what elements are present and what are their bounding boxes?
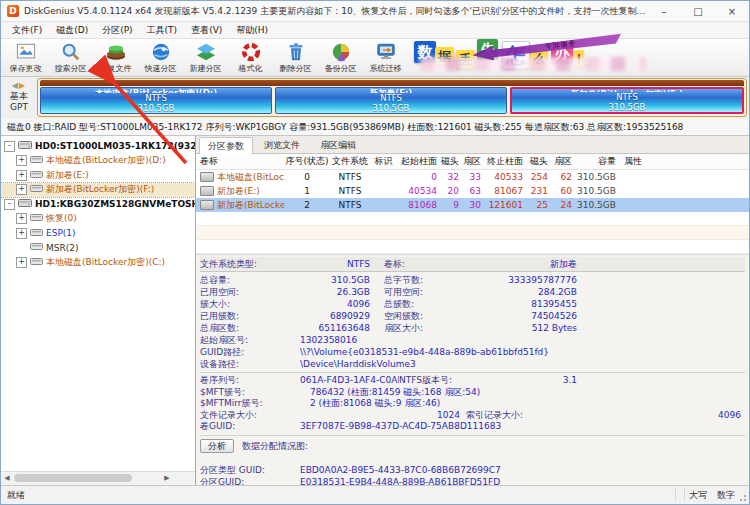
- ad-banner[interactable]: 数 据 丢 失 怎 么 办 ! 专业服务: [414, 39, 664, 76]
- detail-value: \\?\Volume{e0318531-e9b4-448a-889b-ab61b…: [300, 346, 745, 358]
- partition-details: 文件系统类型: NTFS 卷标: 新加卷 总容量:310.5GB总字节数:333…: [196, 254, 749, 485]
- search-partition-button[interactable]: 搜索分区: [48, 39, 93, 76]
- menu-disk[interactable]: 磁盘(D): [49, 22, 95, 38]
- tree-item-hd0[interactable]: - HD0:ST1000LM035-1RK172(932GB): [1, 139, 195, 154]
- table-row[interactable]: 新加卷(E:) 1 NTFS 40534 20 63 81067 231 60 …: [196, 184, 749, 198]
- col-header[interactable]: 磁头: [525, 155, 550, 168]
- tree-item-c[interactable]: + 本地磁盘(BitLocker加密)(C:): [1, 255, 195, 270]
- minimize-button[interactable]: –: [647, 2, 681, 21]
- save-changes-button[interactable]: 保存更改: [3, 39, 48, 76]
- detail-label: 卷标:: [370, 257, 485, 271]
- detail-value: 061A-F4D3-1AF4-C0AB: [300, 375, 399, 387]
- no-expand-spacer: [16, 242, 27, 253]
- disk-prev-icon[interactable]: ◀: [12, 81, 19, 90]
- tree-label: ESP(1): [46, 228, 76, 238]
- menu-partition[interactable]: 分区(P): [95, 22, 139, 38]
- detail-label: 总扇区数:: [200, 322, 300, 334]
- window-title: DiskGenius V5.4.0.1124 x64 发现新版本 V5.4.2.…: [24, 5, 647, 18]
- col-header[interactable]: 容量: [574, 155, 618, 168]
- recover-files-button[interactable]: 恢复文件: [93, 39, 138, 76]
- menu-view[interactable]: 查看(V): [184, 22, 229, 38]
- partition-fs: NTFS: [41, 93, 271, 103]
- detail-label: 文件记录大小:: [200, 410, 300, 422]
- maximize-button[interactable]: □: [681, 2, 715, 21]
- expand-icon[interactable]: +: [16, 257, 27, 268]
- tree-item-f-selected[interactable]: + 新加卷(BitLocker加密)(F:): [1, 183, 195, 198]
- tree-item-msr[interactable]: MSR(2): [1, 241, 195, 256]
- col-header[interactable]: 属性: [618, 155, 648, 168]
- partition-icon: [30, 228, 43, 239]
- table-row[interactable]: 本地磁盘(BitLocker... 0 NTFS 0 32 33 40533 2…: [196, 170, 749, 184]
- status-numlock: 数字: [717, 489, 735, 502]
- expand-icon[interactable]: +: [16, 170, 27, 181]
- col-header[interactable]: 扇区: [461, 155, 483, 168]
- drive-icon: [200, 172, 214, 182]
- col-header[interactable]: 起始柱面: [397, 155, 439, 168]
- backup-partition-button[interactable]: 备份分区: [318, 39, 363, 76]
- menu-tools[interactable]: 工具(T): [140, 22, 185, 38]
- expand-icon[interactable]: +: [16, 213, 27, 224]
- new-partition-icon: [195, 42, 217, 62]
- detail-label: 总簇数:: [370, 298, 485, 310]
- tool-label: 删除分区: [280, 63, 312, 74]
- disk-next-icon[interactable]: ▶: [19, 81, 26, 90]
- col-header[interactable]: 文件系统: [330, 155, 370, 168]
- detail-value: 4096: [300, 298, 370, 310]
- tool-label: 保存更改: [10, 63, 42, 74]
- table-row-selected[interactable]: 新加卷(BitLocker加密)(F:) 2 NTFS 81068 9 30 1…: [196, 198, 749, 212]
- disk-type-label: 基本: [1, 91, 37, 102]
- scrollbar-thumb[interactable]: [14, 474, 132, 482]
- menu-file[interactable]: 文件(F): [5, 22, 49, 38]
- col-header[interactable]: 标识: [370, 155, 397, 168]
- backup-partition-icon: [330, 42, 352, 62]
- tree-horizontal-scrollbar[interactable]: ◀ ▶: [1, 471, 195, 485]
- detail-label: 分区类型 GUID:: [200, 464, 300, 476]
- col-header[interactable]: 卷标: [196, 155, 284, 168]
- col-header[interactable]: 终止柱面: [483, 155, 525, 168]
- detail-value: 26.3GB: [300, 286, 370, 298]
- partition-box-d[interactable]: 本地磁盘(BitLocker加密)(D:) NTFS 310.5GB: [40, 87, 272, 114]
- tree-item-esp[interactable]: + ESP(1): [1, 226, 195, 241]
- partition-box-f-selected[interactable]: 新加卷(BitLocker加密)(F:) NTFS 310.5GB: [510, 87, 744, 114]
- resize-grip[interactable]: [739, 494, 747, 502]
- detail-label: NTFS版本号:: [399, 375, 529, 387]
- quick-partition-button[interactable]: 快速分区: [138, 39, 183, 76]
- collapse-icon[interactable]: -: [4, 141, 15, 152]
- tree-label: MSR(2): [46, 243, 78, 253]
- detail-value: 310.5GB: [300, 274, 370, 286]
- partition-box-e[interactable]: 新加卷(E:) NTFS 310.5GB: [275, 87, 507, 114]
- detail-value: 786432 (柱面:81459 磁头:168 扇区:54): [300, 387, 745, 399]
- delete-partition-button[interactable]: 删除分区: [273, 39, 318, 76]
- format-button[interactable]: 格式化: [228, 39, 273, 76]
- expand-icon[interactable]: +: [16, 155, 27, 166]
- col-header[interactable]: 扇区: [550, 155, 574, 168]
- expand-icon[interactable]: +: [16, 184, 27, 195]
- scroll-left-icon[interactable]: ◀: [1, 472, 13, 484]
- detail-label: 可用空间:: [370, 286, 485, 298]
- detail-label: GUID路径:: [200, 346, 300, 358]
- col-header[interactable]: 磁头: [439, 155, 461, 168]
- tab-browse-files[interactable]: 浏览文件: [255, 136, 309, 153]
- tree-item-recovery[interactable]: + 恢复(0): [1, 212, 195, 227]
- tree-item-d[interactable]: + 本地磁盘(BitLocker加密)(D:): [1, 154, 195, 169]
- tab-sector-edit[interactable]: 扇区编辑: [311, 136, 365, 153]
- tree-item-e[interactable]: + 新加卷(E:): [1, 168, 195, 183]
- expand-icon[interactable]: +: [16, 228, 27, 239]
- new-partition-button[interactable]: 新建分区: [183, 39, 228, 76]
- menu-help[interactable]: 帮助(H): [229, 22, 275, 38]
- system-migrate-button[interactable]: 系统迁移: [363, 39, 408, 76]
- tool-label: 恢复文件: [100, 63, 132, 74]
- analyze-label: 数据分配情况图:: [242, 440, 308, 453]
- tab-partition-params[interactable]: 分区参数: [199, 137, 253, 154]
- partition-icon: [30, 213, 43, 224]
- collapse-icon[interactable]: -: [4, 199, 15, 210]
- close-button[interactable]: ×: [715, 2, 749, 21]
- col-header[interactable]: 序号(状态): [284, 155, 330, 168]
- tool-label: 搜索分区: [55, 63, 87, 74]
- detail-value: E0318531-E9B4-448A-889B-AB61BBFD51FD: [300, 476, 745, 486]
- scroll-right-icon[interactable]: ▶: [161, 472, 173, 484]
- detail-label: 分区GUID:: [200, 476, 300, 486]
- tree-item-hd1[interactable]: - HD1:KBG30ZMS128GNVMeTOSHIBA1: [1, 197, 195, 212]
- analyze-button[interactable]: 分析: [200, 439, 234, 453]
- quick-partition-icon: [150, 42, 172, 62]
